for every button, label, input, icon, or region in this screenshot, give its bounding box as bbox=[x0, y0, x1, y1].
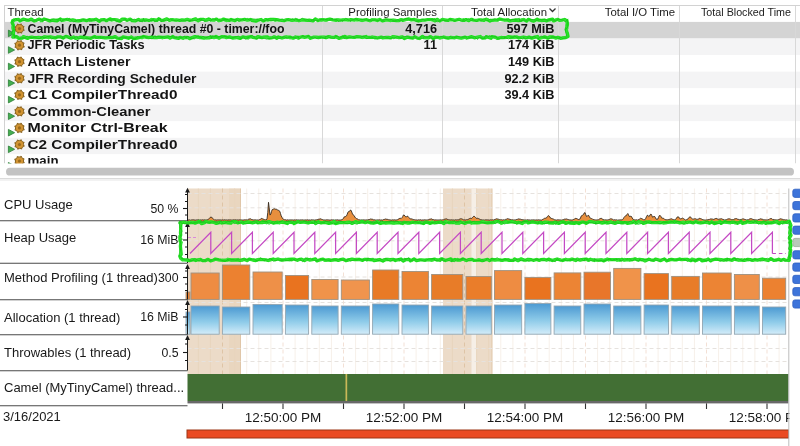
svg-text:12:52:00 PM: 12:52:00 PM bbox=[366, 410, 443, 425]
svg-text:16 MiB: 16 MiB bbox=[140, 233, 178, 247]
svg-text:Heap Usage: Heap Usage bbox=[4, 230, 76, 245]
svg-text:Monitor Ctrl-Break: Monitor Ctrl-Break bbox=[28, 121, 169, 135]
svg-text:16 MiB: 16 MiB bbox=[140, 310, 178, 324]
svg-text:300: 300 bbox=[158, 271, 179, 285]
svg-text:597 MiB: 597 MiB bbox=[507, 22, 555, 36]
svg-text:Attach Listener: Attach Listener bbox=[28, 55, 131, 69]
svg-text:174 KiB: 174 KiB bbox=[508, 38, 555, 52]
svg-text:39.4 KiB: 39.4 KiB bbox=[504, 88, 554, 102]
svg-text:4,716: 4,716 bbox=[405, 22, 437, 36]
svg-text:12:50:00 PM: 12:50:00 PM bbox=[245, 410, 322, 425]
svg-text:Total Blocked Time: Total Blocked Time bbox=[701, 6, 791, 18]
svg-text:Thread: Thread bbox=[8, 6, 44, 18]
svg-text:CPU Usage: CPU Usage bbox=[4, 197, 73, 212]
svg-text:C1 CompilerThread0: C1 CompilerThread0 bbox=[28, 88, 178, 102]
svg-text:12:56:00 PM: 12:56:00 PM bbox=[608, 410, 685, 425]
svg-text:Method Profiling (1 thread): Method Profiling (1 thread) bbox=[4, 270, 158, 285]
svg-text:C2 CompilerThread0: C2 CompilerThread0 bbox=[28, 138, 178, 152]
svg-text:12:54:00 PM: 12:54:00 PM bbox=[487, 410, 564, 425]
svg-text:Total Allocation: Total Allocation bbox=[471, 6, 547, 18]
svg-text:JFR Recording Scheduler: JFR Recording Scheduler bbox=[28, 72, 197, 86]
svg-text:50 %: 50 % bbox=[150, 202, 178, 216]
svg-text:11: 11 bbox=[424, 38, 437, 52]
svg-text:Total I/O Time: Total I/O Time bbox=[605, 6, 675, 18]
svg-text:149 KiB: 149 KiB bbox=[508, 55, 555, 69]
svg-text:Common-Cleaner: Common-Cleaner bbox=[28, 105, 151, 119]
svg-text:Camel (MyTinyCamel) thread #0: Camel (MyTinyCamel) thread #0 - timer://… bbox=[28, 22, 285, 36]
svg-text:3/16/2021: 3/16/2021 bbox=[3, 409, 61, 424]
svg-text:Allocation (1 thread): Allocation (1 thread) bbox=[4, 310, 120, 325]
svg-text:Profiling Samples: Profiling Samples bbox=[348, 6, 437, 18]
svg-text:JFR Periodic Tasks: JFR Periodic Tasks bbox=[28, 38, 145, 52]
svg-text:Throwables (1 thread): Throwables (1 thread) bbox=[4, 345, 131, 360]
svg-text:Camel (MyTinyCamel) thread...: Camel (MyTinyCamel) thread... bbox=[4, 380, 184, 395]
svg-text:0.5: 0.5 bbox=[161, 346, 178, 360]
svg-text:92.2 KiB: 92.2 KiB bbox=[504, 72, 554, 86]
